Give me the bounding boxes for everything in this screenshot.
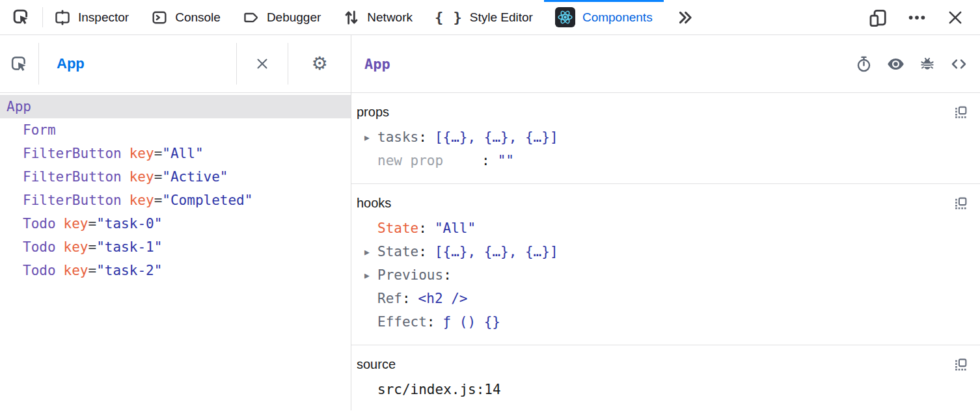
kv-row[interactable]: ▶tasks:[{…}, {…}, {…}] <box>357 126 968 149</box>
source-location: src/index.js:14 <box>377 382 501 397</box>
pick-component-icon <box>10 55 28 73</box>
settings-button[interactable]: ⚙ <box>288 55 351 73</box>
inspected-header: App <box>351 35 980 93</box>
responsive-design-icon <box>868 8 888 27</box>
kv-row[interactable]: State:"All" <box>357 217 968 240</box>
double-chevron-icon <box>676 8 694 27</box>
eye-icon <box>886 55 905 73</box>
section-title: hooks <box>357 196 391 211</box>
components-panel: ⚙ AppFormFilterButtonkey="All"FilterButt… <box>0 35 980 410</box>
tab-console[interactable]: Console <box>140 0 232 34</box>
key-attribute: key <box>64 263 88 278</box>
expand-arrow-icon[interactable]: ▶ <box>364 241 370 264</box>
gear-icon: ⚙ <box>311 55 327 73</box>
kv-row[interactable]: src/index.js:14 <box>357 378 968 401</box>
devtools-tabs: Inspector Console Debugger <box>43 0 664 34</box>
console-icon <box>151 9 168 26</box>
inspected-component-panel: App <box>351 35 980 410</box>
style-editor-icon: { } <box>435 9 463 25</box>
copy-icon <box>953 357 968 372</box>
tabs-overflow-button[interactable] <box>664 0 707 34</box>
tree-row[interactable]: Todokey="task-1" <box>0 235 351 259</box>
stopwatch-icon <box>855 55 873 73</box>
tree-row[interactable]: FilterButtonkey="All" <box>0 142 351 165</box>
tree-row[interactable]: FilterButtonkey="Active" <box>0 165 351 189</box>
section-title: props <box>357 105 389 120</box>
new-prop-input[interactable]: new prop <box>377 149 482 172</box>
entry-name: State <box>377 244 418 259</box>
view-source-button[interactable] <box>949 55 968 73</box>
kv-row[interactable]: new prop:"" <box>357 149 968 172</box>
inspect-dom-button[interactable] <box>886 55 905 73</box>
toolbar-right-actions <box>862 0 980 34</box>
kv-row[interactable]: ▶Previous: <box>357 263 968 287</box>
colon: : <box>418 220 427 236</box>
key-attribute: key <box>129 146 154 161</box>
colon: : <box>418 244 427 259</box>
entry-name: State <box>377 220 418 236</box>
entry-value: [{…}, {…}, {…}] <box>435 129 558 145</box>
clear-icon <box>254 56 270 72</box>
key-value: "Completed" <box>162 192 252 208</box>
pick-element-button[interactable] <box>0 0 42 34</box>
copy-icon <box>953 105 968 120</box>
tree-row[interactable]: App <box>0 95 351 118</box>
component-tree: AppFormFilterButtonkey="All"FilterButton… <box>0 93 351 282</box>
copy-button[interactable] <box>953 196 968 211</box>
tab-label: Inspector <box>78 10 129 25</box>
component-name: FilterButton <box>23 192 122 208</box>
tree-row[interactable]: Todokey="task-2" <box>0 259 351 282</box>
pick-element-icon <box>12 8 30 26</box>
tab-label: Components <box>582 10 653 25</box>
network-icon <box>343 9 360 26</box>
section-header: source <box>357 354 968 374</box>
inspected-actions <box>855 55 968 73</box>
key-value: "Active" <box>162 169 228 185</box>
section-header: hooks <box>357 193 968 213</box>
tree-toolbar: ⚙ <box>0 35 351 93</box>
key-value: "All" <box>162 146 203 161</box>
expand-arrow-icon[interactable]: ▶ <box>364 264 370 287</box>
meatball-menu-icon <box>907 8 927 27</box>
colon: : <box>418 129 427 145</box>
close-devtools-button[interactable] <box>940 8 971 27</box>
component-name: FilterButton <box>23 169 122 185</box>
key-value: "task-2" <box>96 263 162 278</box>
kv-row[interactable]: ▶State:[{…}, {…}, {…}] <box>357 240 968 263</box>
devtools-menu-button[interactable] <box>901 8 933 27</box>
debugger-icon <box>243 9 260 26</box>
suspend-component-button[interactable] <box>855 55 873 73</box>
key-value: "task-1" <box>96 239 162 255</box>
kv-row[interactable]: Effect:ƒ () {} <box>357 310 968 334</box>
equals-sign: = <box>88 263 97 278</box>
tab-network[interactable]: Network <box>332 0 424 34</box>
clear-search-button[interactable] <box>237 56 288 72</box>
expand-arrow-icon[interactable]: ▶ <box>364 126 370 150</box>
copy-button[interactable] <box>953 357 968 372</box>
equals-sign: = <box>88 216 97 232</box>
tab-debugger[interactable]: Debugger <box>232 0 332 34</box>
tab-label: Debugger <box>267 10 321 25</box>
tab-style-editor[interactable]: { } Style Editor <box>424 0 544 34</box>
pick-component-button[interactable] <box>10 55 28 73</box>
responsive-design-mode-button[interactable] <box>862 8 894 27</box>
inspected-sections: props ▶tasks:[{…}, {…}, {…}]new prop:""h… <box>351 93 980 410</box>
tab-components[interactable]: Components <box>544 0 664 34</box>
tab-inspector[interactable]: Inspector <box>43 0 140 34</box>
tree-row[interactable]: FilterButtonkey="Completed" <box>0 189 351 212</box>
log-component-button[interactable] <box>919 55 936 72</box>
section-hooks: hooks State:"All"▶State:[{…}, {…}, {…}]▶… <box>351 184 980 345</box>
component-search-input[interactable] <box>39 55 236 72</box>
tree-row[interactable]: Todokey="task-0" <box>0 212 351 235</box>
inspected-component-name: App <box>364 56 390 72</box>
section-props: props ▶tasks:[{…}, {…}, {…}]new prop:"" <box>351 93 980 184</box>
entry-value: <h2 /> <box>418 291 468 306</box>
kv-row[interactable]: Ref:<h2 /> <box>357 287 968 310</box>
entry-name: tasks <box>377 129 418 145</box>
component-tree-panel: ⚙ AppFormFilterButtonkey="All"FilterButt… <box>0 35 351 410</box>
tree-row[interactable]: Form <box>0 118 351 142</box>
component-name: Form <box>23 122 56 138</box>
copy-button[interactable] <box>953 105 968 120</box>
component-name: FilterButton <box>23 146 122 161</box>
entry-name: Effect <box>377 314 427 330</box>
